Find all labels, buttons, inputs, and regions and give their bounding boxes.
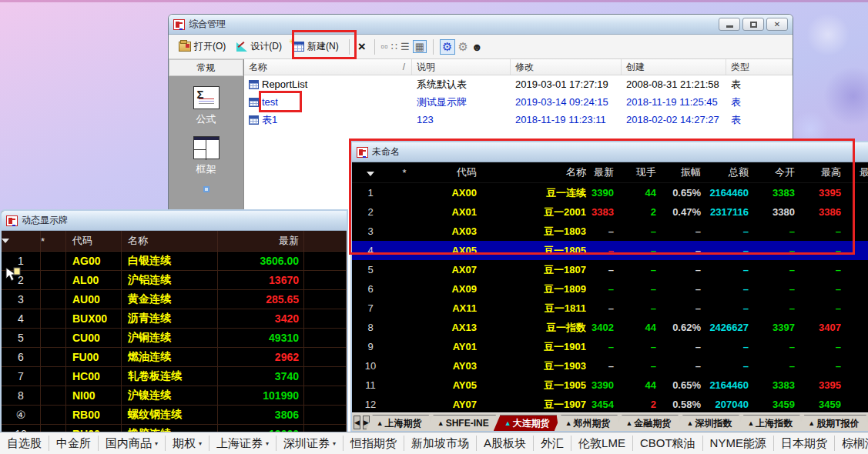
quote-row[interactable]: 5AX07豆一1807–––––– [352,260,868,279]
tab-scroll-left[interactable]: ◀ [354,416,360,429]
market-category-item[interactable]: 国内商品▾ [99,436,166,451]
column-last[interactable]: 最新 [218,231,304,251]
column-volume[interactable]: 现手 [618,165,661,179]
new-button[interactable]: 新建(N) [289,38,343,55]
market-category-item[interactable]: A股板块 [477,436,534,451]
column-last[interactable]: 最新 [591,165,618,179]
market-tab[interactable]: ▲上海指数 [736,415,802,431]
minimize-button[interactable] [719,18,740,31]
settings-gear-icon[interactable]: ⚙ [440,39,454,55]
column-total[interactable]: 总额 [705,165,753,179]
tab-label: 上海指数 [756,417,793,430]
manager-titlebar[interactable]: 综合管理 ✕ [169,15,793,35]
category-label: 日本期货 [781,436,827,451]
market-category-item[interactable]: 上海证券▾ [209,436,276,451]
market-category-item[interactable]: 伦敦LME [571,436,633,451]
name-cell: 燃油连续 [122,348,218,366]
board-row[interactable]: ④RB00螺纹钢连续3806 [2,406,347,425]
table-row[interactable]: test测试显示牌2019-03-14 09:24:152018-11-19 1… [244,93,793,111]
column-created[interactable]: 创建 [622,59,726,75]
column-low-partial[interactable]: 最低 [846,165,868,179]
sidebar-item-formula[interactable]: 公式 [193,86,220,126]
board-row[interactable]: 4BUX00沥青连续3420 [2,309,347,329]
filter-dropdown-icon[interactable] [2,231,41,251]
column-name[interactable]: 名称 [122,231,218,251]
list-view-button[interactable]: ☰ [400,41,410,52]
user-icon[interactable]: ☻ [471,41,483,53]
market-category-item[interactable]: NYME能源 [703,436,774,451]
column-high[interactable]: 最高 [799,165,846,179]
delete-button[interactable]: × [356,39,368,55]
board-row[interactable]: 5CU00沪铜连续49310 [2,329,347,348]
market-tab[interactable]: ▲深圳指数 [675,415,741,431]
row-number-cell: 10 [352,360,389,372]
star-column-header[interactable]: * [41,231,66,251]
filter-dropdown-icon[interactable] [352,167,389,179]
row-number-cell: 9 [352,341,389,352]
column-modified[interactable]: 修改 [511,59,622,75]
column-open[interactable]: 今开 [753,165,799,179]
quote-row[interactable]: 8AX13豆一指数3402440.62%242662733973407 [352,318,868,337]
market-tab[interactable]: ▲股期T报价 [797,415,868,431]
column-code[interactable]: 代码 [420,165,481,179]
market-category-item[interactable]: 外汇 [534,436,571,451]
board-row[interactable]: 2AL00沪铝连续13670 [2,271,347,290]
name-cell[interactable]: 表1 [244,113,412,127]
column-name[interactable]: 名称 / [244,59,412,75]
quote-row[interactable]: 3AX03豆一1803–––––– [352,222,868,241]
column-amplitude[interactable]: 振幅 [661,165,705,179]
value-cell: 0.65% [661,379,705,391]
open-button[interactable]: 打开(O) [175,38,230,55]
quote-row[interactable]: 12AY07豆一1907345420.58%20704034593459 [352,395,868,414]
quote-row[interactable]: 10AY03豆一1903–––––– [352,356,868,376]
name-cell[interactable]: test [244,96,412,108]
column-desc[interactable]: 说明 [412,59,511,75]
market-category-item[interactable]: 新加坡市场 [404,436,477,451]
market-category-item[interactable]: 恒指期货 [344,436,404,451]
market-category-item[interactable]: CBOT粮油 [633,436,703,451]
market-category-item[interactable]: 自选股 [0,436,49,451]
market-tab[interactable]: ▲SHFE-INE [427,415,498,431]
name-cell[interactable]: ReportList [244,78,412,90]
close-button[interactable]: ✕ [766,18,788,31]
board-row[interactable]: 3AU00黄金连续285.65 [2,290,347,309]
options-gear-icon[interactable]: ⚙ [458,40,468,54]
board-titlebar[interactable]: 动态显示牌 [2,211,347,231]
quote-row[interactable]: 11AY05豆一19053390440.65%216446033833395 [352,376,868,395]
star-column-header[interactable]: * [389,167,420,179]
quote-row[interactable]: 2AX01豆一2001338320.47%231711633803386 [352,202,868,222]
sidebar-item-table[interactable] [203,186,209,192]
table-row[interactable]: ReportList系统默认表2019-03-01 17:27:192008-0… [244,75,793,93]
market-category-item[interactable]: 棕榈油 [835,436,868,451]
board-row[interactable]: 7HC00轧卷板连续3740 [2,367,347,386]
quote-row[interactable]: 7AX11豆一1811–––––– [352,299,868,318]
market-category-item[interactable]: 深圳证券▾ [276,436,344,451]
sidebar-header-general[interactable]: 常规 [169,59,243,76]
details-view-button[interactable]: ▦ [413,40,427,53]
column-type[interactable]: 类型 [726,59,793,75]
board-row[interactable]: 1AG00白银连续3606.00 [2,252,347,271]
quote-titlebar[interactable]: 未命名 [352,142,868,162]
quote-row[interactable]: 6AX09豆一1809–––––– [352,279,868,299]
market-category-item[interactable]: 期权▾ [166,436,209,451]
market-tab[interactable]: ▲金融期货 [615,415,681,431]
market-tab[interactable]: ▲大连期货 [494,415,559,431]
quote-row[interactable]: 9AY01豆一1901–––––– [352,337,868,356]
market-tab[interactable]: ▲上海期货 [366,415,431,431]
last-price-cell: 3606.00 [218,252,304,270]
small-icons-view-button[interactable]: ∷ [391,41,397,52]
table-row[interactable]: 表11232018-11-19 11:23:112018-02-02 14:27… [244,111,793,129]
market-tab[interactable]: ▲郑州期货 [555,415,620,431]
column-code[interactable]: 代码 [66,231,122,251]
restore-button[interactable] [742,18,764,31]
quote-row[interactable]: 1AX00豆一连续3390440.65%216446033833395 [352,183,868,202]
sidebar-item-frame[interactable]: 框架 [193,136,220,176]
column-name[interactable]: 名称 [481,165,591,179]
board-row[interactable]: 6FU00燃油连续2962 [2,348,347,367]
design-button[interactable]: 设计(D) [233,38,286,55]
quote-row[interactable]: 4AX05豆一1805–––––– [352,241,868,260]
market-category-item[interactable]: 日本期货 [774,436,835,451]
board-row[interactable]: 8NI00沪镍连续101990 [2,386,347,406]
large-icons-view-button[interactable]: ▫▫ [381,41,388,52]
market-category-item[interactable]: 中金所 [49,436,99,451]
